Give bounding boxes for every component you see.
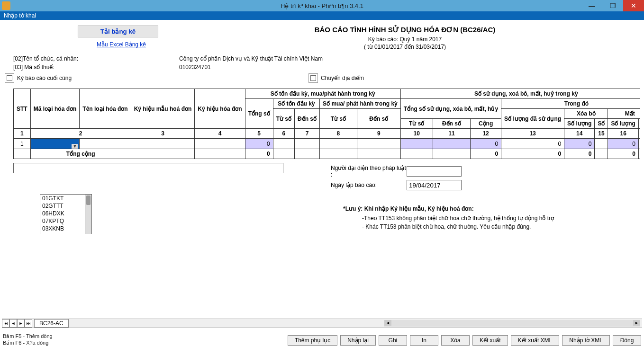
th-mat-sl: Số lượng [608,119,638,129]
dropdown-option[interactable]: 06HDXK [40,210,91,217]
total-xb-sl: 0 [564,149,595,159]
dropdown-option[interactable]: 03XKNB [40,225,91,232]
colnum: 15 [595,129,608,139]
th-trongdo: Trong đó [501,99,640,109]
load-button[interactable]: Tải bảng kê [78,26,158,37]
colnum: 11 [433,129,470,139]
titlebar: Hệ trî kª khai - Phiªn b¶n 3.4.1 — ❐ ✕ [0,0,644,11]
dropdown-option[interactable]: 01GTKT [40,195,91,202]
note-input[interactable] [13,163,283,173]
total-mat-sl: 0 [608,149,638,159]
cell[interactable] [357,139,400,149]
th-stt: STT [14,89,31,129]
cell-tongso[interactable]: 0 [245,139,273,149]
colnum: 3 [131,129,195,139]
th-cong: Cộng [471,119,501,129]
tax-label: [03] Mã số thuế: [13,64,179,71]
invoice-table: STT Mã loại hóa đơn Tên loại hóa đơn Ký … [13,89,640,159]
report-range: ( từ 01/01/2017 đến 31/03/2017) [168,44,642,50]
invoice-type-select[interactable] [30,139,80,149]
move-location-label: Chuyển địa điểm [321,75,364,81]
report-period: Kỳ báo cáo: Quý 1 năm 2017 [168,36,642,43]
colnum: 8 [320,129,357,139]
date-input[interactable] [407,180,462,190]
cell[interactable] [433,139,470,149]
cell[interactable] [195,139,245,149]
colnum: 17 [638,129,640,139]
th-kyhieumau: Ký hiệu mẫu hoá đơn [131,89,195,129]
colnum: 12 [471,129,501,139]
cell[interactable] [80,139,131,149]
cell[interactable] [273,139,294,149]
notes-line: -Theo TT153 không phân biệt chữ hoa chữ … [362,215,631,222]
th-denso2: Đến số [357,109,400,129]
date-label: Ngày lập báo cáo: [331,182,407,188]
th-xb-so: Số [595,119,608,129]
th-denso3: Đến số [433,119,470,129]
cell-xb-sl[interactable]: 0 [564,139,595,149]
th-ten: Tên loại hóa đơn [80,89,131,129]
cell[interactable] [638,139,640,149]
row-stt: 1 [14,139,31,149]
th-xb-sl: Số lượng [564,119,595,129]
close-button[interactable]: ✕ [623,0,644,11]
th-ma: Mã loại hóa đơn [30,89,80,129]
dropdown-scrollbar[interactable] [85,195,91,234]
colnum: 7 [295,129,320,139]
colnum: 1 [14,129,31,139]
th-smph: Số mua/ phát hành trong kỳ [320,99,401,109]
colnum: 4 [195,129,245,139]
total-tongso: 0 [245,149,273,159]
colnum: 10 [400,129,433,139]
dropdown-option[interactable]: 02GTTT [40,202,91,210]
dropdown-option[interactable]: 07KPTQ [40,217,91,225]
th-kyhieu: Ký hiệu hóa đơn [195,89,245,129]
cell[interactable] [131,139,195,149]
cell-mat-sl[interactable]: 0 [608,139,638,149]
last-period-label: Kỳ báo cáo cuối cùng [17,75,72,81]
th-tuso1: Từ số [273,109,294,129]
th-slsd: Số lượng đã sử dụng [501,109,564,129]
th-mat: Mất [608,109,640,119]
report-title: BÁO CÁO TÌNH HÌNH SỬ DỤNG HÓA ĐƠN (BC26/… [168,26,642,34]
th-xoabo: Xóa bỏ [564,109,608,119]
rep-input[interactable] [407,166,462,177]
maximize-button[interactable]: ❐ [602,0,623,11]
window-title: Hệ trî kª khai - Phiªn b¶n 3.4.1 [281,2,363,9]
app-icon [2,1,10,10]
total-label: Tổng cộng [30,149,131,159]
last-period-checkbox[interactable] [5,73,14,83]
org-label: [02]Tên tổ chức, cá nhân: [13,55,179,62]
org-value: Công ty cổ phần Dịch vụ và Kỹ thuật Tài … [179,55,323,62]
th-stdk: Số tồn đầu kỳ [273,99,319,109]
notes-title: *Lưu ý: Khi nhập Ký hiệu mẫu, Ký hiệu ho… [343,205,631,212]
th-tuso3: Từ số [400,119,433,129]
colnum: 13 [501,129,564,139]
excel-template-link[interactable]: Mẫu Excel Bảng kê [97,41,168,48]
total-blank [14,149,31,159]
colnum: 16 [608,129,638,139]
total-cong: 0 [471,149,501,159]
th-mat-so: Số [638,119,640,129]
cell[interactable] [295,139,320,149]
th-denso1: Đến số [295,109,320,129]
tax-value: 0102324701 [179,64,211,71]
total-slsd: 0 [501,149,564,159]
move-location-checkbox[interactable] [308,73,318,83]
rep-label: Người đại diện theo pháp luật : [331,165,407,178]
invoice-type-dropdown[interactable]: 01GTKT 02GTTT 06HDXK 07KPTQ 03XKNB 04HGD… [40,194,92,234]
dropdown-option[interactable]: 04HGDL [40,232,91,234]
cell-slsd[interactable]: 0 [501,139,564,149]
th-group2: Số sử dụng, xoá bỏ, mất, huỷ trong kỳ [400,89,640,99]
th-tuso2: Từ số [320,109,357,129]
ribbon-tab: Nhập tờ khai [0,11,644,20]
notes-line: - Khác TT153 phân biệt chữ hoa, chữ thườ… [362,223,631,230]
cell[interactable] [400,139,433,149]
minimize-button[interactable]: — [581,0,602,11]
cell-cong[interactable]: 0 [471,139,501,149]
cell[interactable] [595,139,608,149]
colnum: 5 [245,129,273,139]
colnum: 2 [30,129,131,139]
colnum: 14 [564,129,595,139]
cell[interactable] [320,139,357,149]
